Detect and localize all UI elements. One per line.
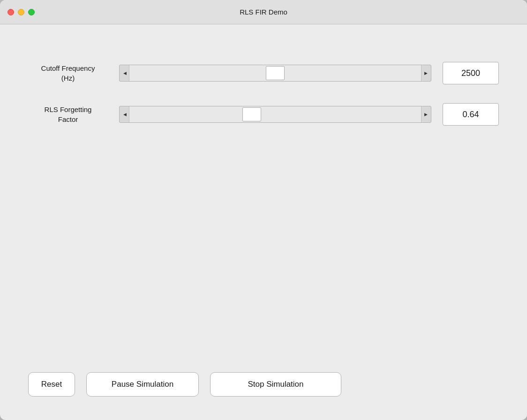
main-window: RLS FIR Demo Cutoff Frequency (Hz) ◀ ▶ 2… — [0, 0, 527, 420]
minimize-button[interactable] — [18, 9, 24, 15]
title-bar: RLS FIR Demo — [0, 0, 527, 24]
cutoff-frequency-row: Cutoff Frequency (Hz) ◀ ▶ 2500 — [28, 62, 499, 84]
forgetting-factor-slider-right-arrow[interactable]: ▶ — [422, 106, 430, 122]
cutoff-frequency-label: Cutoff Frequency (Hz) — [28, 63, 108, 83]
cutoff-frequency-slider-left-arrow[interactable]: ◀ — [120, 65, 129, 81]
forgetting-factor-row: RLS Forgetting Factor ◀ ▶ 0.64 — [28, 103, 499, 126]
bottom-buttons-bar: Reset Pause Simulation Stop Simulation — [0, 372, 527, 420]
forgetting-factor-slider-left-arrow[interactable]: ◀ — [120, 106, 129, 122]
close-button[interactable] — [8, 9, 14, 15]
cutoff-frequency-slider-container[interactable]: ◀ ▶ — [119, 65, 431, 82]
cutoff-frequency-slider-thumb[interactable] — [266, 66, 285, 80]
content-area: Cutoff Frequency (Hz) ◀ ▶ 2500 RLS Forge… — [0, 24, 527, 372]
pause-simulation-button[interactable]: Pause Simulation — [86, 372, 199, 397]
forgetting-factor-slider-track[interactable] — [129, 106, 422, 122]
window-title: RLS FIR Demo — [240, 8, 287, 16]
cutoff-frequency-slider-track[interactable] — [129, 65, 422, 81]
traffic-lights — [8, 9, 35, 15]
reset-button[interactable]: Reset — [28, 372, 75, 397]
cutoff-frequency-slider-right-arrow[interactable]: ▶ — [422, 65, 430, 81]
cutoff-frequency-value: 2500 — [443, 62, 499, 84]
maximize-button[interactable] — [28, 9, 35, 15]
forgetting-factor-slider-container[interactable]: ◀ ▶ — [119, 106, 431, 123]
forgetting-factor-slider-thumb[interactable] — [242, 107, 261, 121]
controls-area: Cutoff Frequency (Hz) ◀ ▶ 2500 RLS Forge… — [28, 62, 499, 126]
stop-simulation-button[interactable]: Stop Simulation — [210, 372, 341, 397]
forgetting-factor-value: 0.64 — [443, 103, 499, 126]
forgetting-factor-label: RLS Forgetting Factor — [28, 105, 108, 124]
